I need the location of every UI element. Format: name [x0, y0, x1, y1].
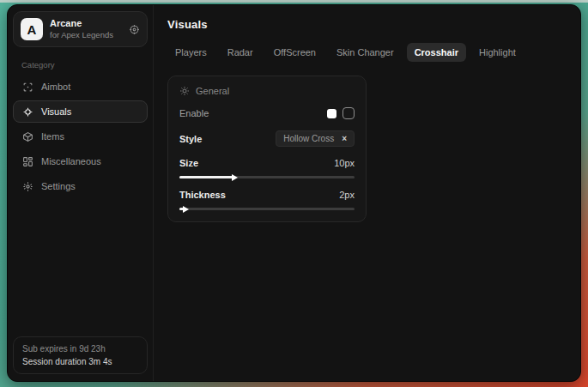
enable-checkbox[interactable] [342, 107, 355, 119]
size-label: Size [179, 158, 198, 168]
miscellaneous-icon [21, 156, 33, 167]
brand-text: Arcane for Apex Legends [50, 18, 122, 40]
sub-expires-text: Sub expires in 9d 23h [22, 344, 138, 354]
style-label: Style [179, 134, 202, 144]
panel-header: General [179, 86, 355, 96]
style-select[interactable]: Hollow Cross × [276, 130, 355, 147]
sidebar-item-visuals[interactable]: Visuals [13, 100, 148, 123]
color-swatch[interactable] [327, 109, 336, 118]
tab-skin-changer[interactable]: Skin Changer [329, 43, 402, 62]
sidebar-nav: Aimbot Visuals Items [13, 76, 148, 197]
tab-offscreen[interactable]: OffScreen [266, 43, 324, 62]
app-logo: A [21, 18, 43, 40]
size-value: 10px [334, 158, 355, 168]
thickness-value: 2px [339, 190, 355, 200]
remove-style-icon[interactable]: × [342, 135, 347, 143]
size-slider-fill [179, 176, 233, 178]
sidebar-item-label: Aimbot [41, 82, 70, 92]
style-row: Style Hollow Cross × [179, 130, 355, 147]
size-row: Size 10px [179, 158, 355, 168]
tab-bar: Players Radar OffScreen Skin Changer Cro… [167, 43, 567, 62]
sidebar-item-miscellaneous[interactable]: Miscellaneous [13, 150, 148, 172]
tab-crosshair[interactable]: Crosshair [407, 43, 466, 62]
thickness-row: Thickness 2px [179, 190, 355, 200]
tab-players[interactable]: Players [167, 43, 215, 62]
thickness-slider-thumb[interactable] [183, 206, 189, 213]
app-name: Arcane [50, 18, 122, 29]
brand-card: A Arcane for Apex Legends [13, 11, 148, 47]
sidebar-item-label: Visuals [41, 106, 71, 117]
app-subtitle: for Apex Legends [50, 30, 122, 39]
main-content: Visuals Players Radar OffScreen Skin Cha… [154, 5, 580, 381]
thickness-slider[interactable] [179, 208, 355, 210]
sidebar: A Arcane for Apex Legends Category [8, 5, 154, 381]
sidebar-item-aimbot[interactable]: Aimbot [13, 76, 148, 98]
tab-highlight[interactable]: Highlight [471, 43, 524, 62]
items-icon [21, 131, 33, 142]
general-panel: General Enable Style Hollow Cross × Size… [167, 76, 367, 222]
settings-icon [21, 181, 33, 192]
sidebar-item-label: Settings [41, 181, 76, 191]
panel-title: General [196, 86, 229, 96]
size-slider-thumb[interactable] [232, 174, 238, 181]
page-title: Visuals [167, 18, 567, 31]
tab-radar[interactable]: Radar [220, 43, 261, 62]
enable-row: Enable [179, 107, 355, 119]
general-gear-icon [179, 86, 190, 96]
sidebar-item-label: Miscellaneous [41, 156, 101, 166]
enable-controls [327, 107, 355, 119]
size-slider[interactable] [179, 176, 355, 178]
enable-label: Enable [179, 108, 209, 118]
sidebar-item-items[interactable]: Items [13, 125, 148, 148]
crosshair-target-icon[interactable] [129, 24, 140, 35]
visuals-icon [21, 106, 33, 118]
style-value: Hollow Cross [283, 134, 334, 143]
subscription-card: Sub expires in 9d 23h Session duration 3… [13, 336, 148, 374]
sidebar-item-settings[interactable]: Settings [13, 175, 148, 197]
session-duration-text: Session duration 3m 4s [22, 357, 138, 366]
thickness-label: Thickness [179, 190, 226, 200]
sidebar-spacer [13, 197, 148, 336]
category-label: Category [21, 60, 139, 70]
app-window: A Arcane for Apex Legends Category [7, 4, 581, 382]
aimbot-icon [21, 82, 33, 93]
sidebar-item-label: Items [41, 131, 64, 142]
